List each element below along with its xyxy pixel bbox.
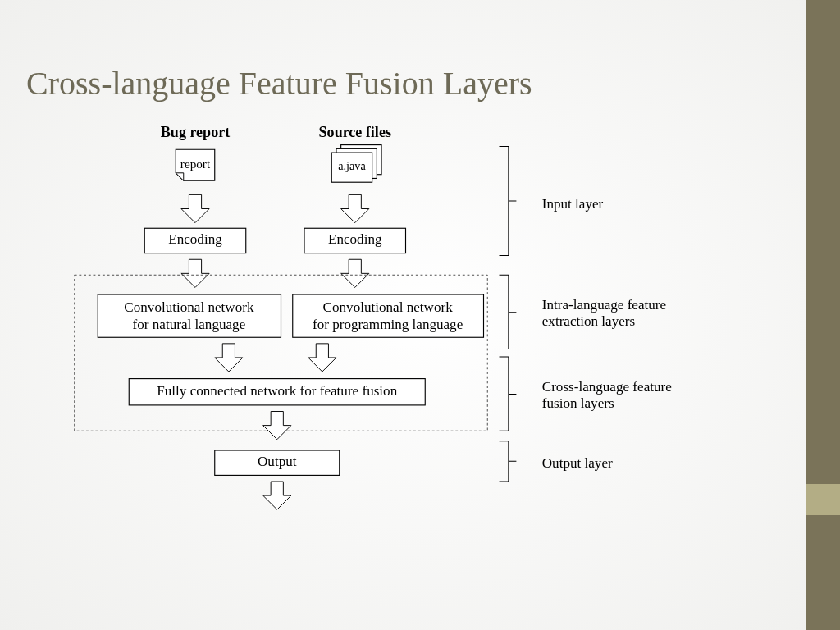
conv-nl-l2: for natural language — [133, 317, 246, 332]
arrow-down-icon — [215, 344, 243, 372]
bracket-output-label: Output layer — [542, 455, 613, 471]
bracket-intra-l2: extraction layers — [542, 313, 636, 329]
slide-title: Cross-language Feature Fusion Layers — [26, 64, 532, 103]
bug-report-header: Bug report — [161, 124, 230, 140]
bracket-cross-l2: fusion layers — [542, 395, 614, 411]
architecture-diagram: Bug report Source files report a.java En… — [49, 123, 746, 591]
encoding-left-label: Encoding — [168, 231, 222, 247]
arrow-down-icon — [181, 194, 209, 222]
report-doc-label: report — [180, 157, 211, 171]
encoding-right-label: Encoding — [328, 231, 382, 247]
conv-nl-l1: Convolutional network — [124, 299, 254, 315]
conv-pl-l2: for programming language — [313, 317, 463, 332]
arrow-down-icon — [341, 259, 369, 287]
fusion-label: Fully connected network for feature fusi… — [157, 383, 397, 399]
side-accent — [806, 484, 840, 515]
bracket-icon — [500, 147, 517, 256]
arrow-down-icon — [308, 344, 336, 372]
arrow-down-icon — [181, 259, 209, 287]
source-files-header: Source files — [319, 124, 391, 140]
conv-pl-l1: Convolutional network — [323, 299, 454, 315]
bracket-icon — [500, 357, 517, 431]
bracket-input-label: Input layer — [542, 196, 604, 212]
bracket-icon — [500, 441, 517, 482]
bracket-cross-l1: Cross-language feature — [542, 379, 672, 395]
bracket-icon — [500, 275, 517, 349]
bracket-intra-l1: Intra-language feature — [542, 297, 666, 313]
side-stripe — [806, 0, 840, 630]
output-label: Output — [258, 454, 297, 469]
source-doc-label: a.java — [338, 159, 366, 172]
arrow-down-icon — [263, 412, 291, 440]
arrow-down-icon — [263, 482, 291, 509]
arrow-down-icon — [341, 194, 369, 222]
